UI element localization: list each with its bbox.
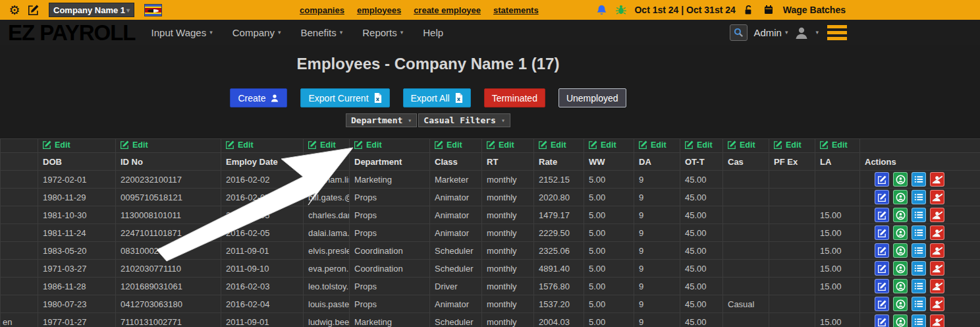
chevron-down-icon: ▾ xyxy=(278,29,281,36)
edit-employee-button[interactable] xyxy=(875,225,889,240)
create-button[interactable]: Create xyxy=(230,88,287,107)
user-slash-icon xyxy=(933,210,942,220)
user-circle-icon xyxy=(896,228,906,238)
terminate-employee-button[interactable] xyxy=(930,261,944,276)
cell-dob: 1971-03-27 xyxy=(38,260,116,278)
terminate-employee-button[interactable] xyxy=(930,225,944,240)
employee-details-button[interactable] xyxy=(912,279,926,293)
edit-column-link-cas[interactable]: Edit xyxy=(728,140,755,150)
employees-link[interactable]: employees xyxy=(357,5,401,15)
unlock-icon[interactable] xyxy=(742,3,755,16)
pay-period-range[interactable]: Oct 1st 24 | Oct 31st 24 xyxy=(634,5,735,15)
create-employee-link[interactable]: create employee xyxy=(414,5,481,15)
user-slash-icon xyxy=(933,193,942,202)
company-select[interactable]: Company Name 1 ▾ xyxy=(49,3,134,17)
bug-icon[interactable] xyxy=(614,3,628,16)
edit-employee-button[interactable] xyxy=(875,243,889,258)
cell-class: Scheduler xyxy=(430,313,482,327)
admin-menu[interactable]: Admin▾ xyxy=(753,27,788,38)
edit-icon xyxy=(878,211,886,220)
edit-column-link-pf_ex[interactable]: Edit xyxy=(774,140,802,150)
employee-profile-button[interactable] xyxy=(893,279,908,293)
employee-details-button[interactable] xyxy=(912,297,926,311)
edit-employee-button[interactable] xyxy=(875,172,889,187)
edit-column-link-employ_date[interactable]: Edit xyxy=(226,140,254,150)
employee-details-button[interactable] xyxy=(912,243,926,258)
gear-icon[interactable]: ⚙ xyxy=(8,3,21,16)
cell-department: Marketing xyxy=(350,313,430,327)
edit-column-link-email[interactable]: Edit xyxy=(308,140,336,150)
cell-email: elvis.presle... xyxy=(304,242,350,260)
employee-profile-button[interactable] xyxy=(893,225,908,240)
edit-employee-button[interactable] xyxy=(875,297,889,311)
department-filter-select[interactable]: Department▾ xyxy=(346,113,417,127)
column-edit-cell-rate: Edit xyxy=(534,139,584,153)
bell-icon[interactable] xyxy=(595,3,608,16)
cell-rate: 1537.20 xyxy=(534,295,584,313)
edit-column-link-id_no[interactable]: Edit xyxy=(121,140,148,150)
edit-employee-button[interactable] xyxy=(875,279,889,293)
cell-la: 15.00 xyxy=(815,278,860,295)
user-slash-icon xyxy=(933,228,942,238)
edit-employee-button[interactable] xyxy=(875,190,889,204)
terminate-employee-button[interactable] xyxy=(930,314,944,327)
employee-profile-button[interactable] xyxy=(893,261,908,276)
employee-details-button[interactable] xyxy=(912,261,926,276)
menu-input-wages[interactable]: Input Wages▾ xyxy=(151,27,213,38)
menu-reports[interactable]: Reports▾ xyxy=(362,27,403,38)
menu-benefits[interactable]: Benefits▾ xyxy=(300,27,342,38)
edit-employee-button[interactable] xyxy=(875,208,889,222)
terminate-employee-button[interactable] xyxy=(930,279,944,293)
hamburger-menu-icon[interactable] xyxy=(827,25,847,40)
user-avatar-icon[interactable] xyxy=(794,24,809,40)
cell-pf_ex xyxy=(769,278,815,295)
terminated-button[interactable]: Terminated xyxy=(484,88,545,107)
employee-details-button[interactable] xyxy=(912,172,926,187)
edit-column-link-rt[interactable]: Edit xyxy=(487,140,514,150)
edit-column-link-dob[interactable]: Edit xyxy=(43,140,70,150)
employee-profile-button[interactable] xyxy=(893,190,908,204)
chevron-down-icon: ▾ xyxy=(785,29,788,36)
edit-employee-button[interactable] xyxy=(875,314,889,327)
cell-rt: monthly xyxy=(482,313,534,327)
excel-file-icon xyxy=(454,93,463,103)
edit-column-link-da[interactable]: Edit xyxy=(639,140,667,150)
cell-rate: 2152.15 xyxy=(534,171,584,189)
menu-company[interactable]: Company▾ xyxy=(232,27,281,38)
employee-details-button[interactable] xyxy=(912,208,926,222)
employee-details-button[interactable] xyxy=(912,225,926,240)
terminate-employee-button[interactable] xyxy=(930,172,944,187)
chevron-down-icon[interactable]: ▾ xyxy=(815,29,819,36)
companies-link[interactable]: companies xyxy=(300,5,344,15)
unemployed-button[interactable]: Unemployed xyxy=(558,88,626,107)
employee-profile-button[interactable] xyxy=(893,297,908,311)
casual-filters-select[interactable]: Casual Filters▾ xyxy=(418,113,510,127)
edit-column-link-la[interactable]: Edit xyxy=(820,140,848,150)
edit-column-link-class[interactable]: Edit xyxy=(435,140,462,150)
edit-column-link-rate[interactable]: Edit xyxy=(539,140,566,150)
edit-employee-button[interactable] xyxy=(875,261,889,276)
terminate-employee-button[interactable] xyxy=(930,190,944,204)
cell-department: Props xyxy=(350,224,430,242)
terminate-employee-button[interactable] xyxy=(930,243,944,258)
statements-link[interactable]: statements xyxy=(493,5,539,15)
employee-details-button[interactable] xyxy=(912,190,926,204)
employee-details-button[interactable] xyxy=(912,314,926,327)
menu-help[interactable]: Help xyxy=(423,27,443,38)
employee-profile-button[interactable] xyxy=(893,243,908,258)
edit-column-link-department[interactable]: Edit xyxy=(354,140,382,150)
terminate-employee-button[interactable] xyxy=(930,208,944,222)
edit-column-link-ww[interactable]: Edit xyxy=(589,140,616,150)
search-button[interactable] xyxy=(730,24,748,41)
employee-profile-button[interactable] xyxy=(893,208,908,222)
app-logo[interactable]: EZ PAYROLL xyxy=(8,22,136,44)
employee-profile-button[interactable] xyxy=(893,314,908,327)
export-current-button[interactable]: Export Current xyxy=(300,88,389,107)
terminate-employee-button[interactable] xyxy=(930,297,944,311)
edit-column-link-ott[interactable]: Edit xyxy=(685,140,713,150)
column-header-la: LA xyxy=(815,153,860,171)
export-all-button[interactable]: Export All xyxy=(403,88,471,107)
edit-company-icon[interactable] xyxy=(27,3,40,16)
employee-profile-button[interactable] xyxy=(893,172,908,187)
wage-batches-link[interactable]: Wage Batches xyxy=(783,5,846,15)
